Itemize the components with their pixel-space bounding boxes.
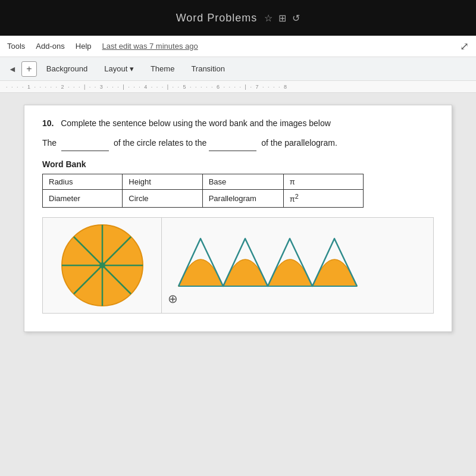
document-page: 10. Complete the sentence below using th…	[24, 105, 452, 332]
add-icon[interactable]: ⊞	[278, 12, 286, 24]
tab-transition[interactable]: Transition	[184, 61, 232, 77]
word-bank-row-1: Radius Height Base π	[43, 174, 364, 190]
menu-bar: Tools Add-ons Help Last edit was 7 minut…	[0, 36, 476, 57]
toolbar-arrow[interactable]: ◄	[6, 62, 19, 76]
image-row: ⊕	[42, 217, 434, 314]
last-edit-status: Last edit was 7 minutes ago	[102, 42, 198, 51]
blank-1	[61, 136, 109, 151]
toolbar: ◄ + Background Layout ▾ Theme Transition	[0, 57, 476, 81]
word-bank-row-2: Diameter Circle Parallelogram π2	[43, 190, 364, 207]
menu-help[interactable]: Help	[76, 42, 92, 51]
word-pi-squared[interactable]: π2	[283, 190, 363, 207]
tab-theme[interactable]: Theme	[143, 61, 181, 77]
top-bar-icons: ☆ ⊞ ↺	[264, 12, 300, 24]
tab-layout[interactable]: Layout ▾	[97, 61, 141, 77]
ruler: · · · · 1 · · · · · 2 · · · | · · 3 · · …	[0, 81, 476, 93]
page-title: Word Problems	[176, 12, 258, 24]
svg-point-5	[99, 262, 105, 268]
word-circle[interactable]: Circle	[123, 190, 202, 207]
add-slide-button[interactable]: +	[21, 61, 37, 77]
wave-image: ⊕	[162, 218, 433, 313]
word-height[interactable]: Height	[123, 174, 202, 190]
blank-2	[209, 136, 256, 151]
plus-icon: +	[26, 64, 32, 74]
star-icon[interactable]: ☆	[264, 12, 273, 24]
more-icon[interactable]: ⤢	[460, 40, 469, 53]
tab-background[interactable]: Background	[39, 61, 95, 77]
word-bank-table: Radius Height Base π Diameter Circle Par…	[42, 174, 364, 207]
menu-tools[interactable]: Tools	[7, 42, 25, 51]
word-parallelogram[interactable]: Parallelogram	[202, 190, 283, 207]
menu-addons[interactable]: Add-ons	[36, 42, 64, 51]
word-base[interactable]: Base	[202, 174, 283, 190]
top-bar: Word Problems ☆ ⊞ ↺	[0, 0, 476, 36]
word-pi[interactable]: π	[283, 174, 363, 190]
wave-svg	[173, 227, 422, 304]
question-number: 10.	[42, 118, 54, 128]
sentence-line: The of the circle relates to the of the …	[42, 136, 434, 151]
circle-image	[43, 218, 162, 313]
ruler-marks: · · · · 1 · · · · · 2 · · · | · · 3 · · …	[6, 84, 288, 90]
question-text: 10. Complete the sentence below using th…	[42, 117, 434, 130]
refresh-icon[interactable]: ↺	[292, 12, 300, 24]
move-cursor-icon: ⊕	[168, 292, 178, 306]
word-diameter[interactable]: Diameter	[43, 190, 123, 207]
content-area: 10. Complete the sentence below using th…	[0, 93, 476, 476]
circle-svg	[58, 221, 147, 310]
word-radius[interactable]: Radius	[43, 174, 123, 190]
word-bank-title: Word Bank	[42, 159, 434, 169]
question-body: Complete the sentence below using the wo…	[61, 118, 331, 128]
